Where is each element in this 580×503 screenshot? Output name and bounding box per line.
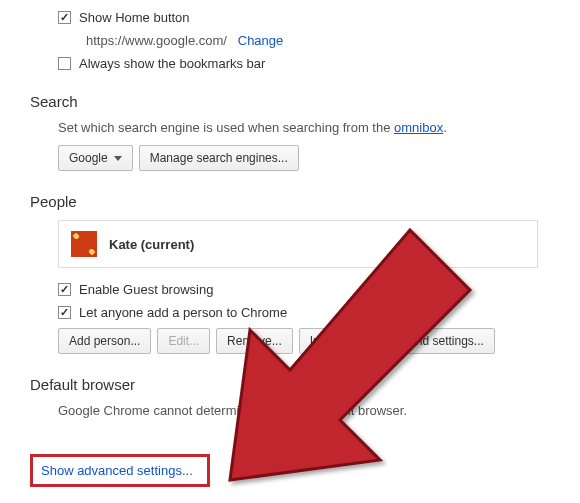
checkbox-show-home[interactable] bbox=[58, 11, 71, 24]
edit-person-button[interactable]: Edit... bbox=[157, 328, 210, 354]
search-desc-suffix: . bbox=[443, 120, 447, 135]
search-engine-selected: Google bbox=[69, 151, 108, 165]
search-desc-prefix: Set which search engine is used when sea… bbox=[58, 120, 394, 135]
checkbox-enable-guest[interactable] bbox=[58, 283, 71, 296]
settings-panel: Show Home button https://www.google.com/… bbox=[0, 0, 580, 418]
enable-guest-label: Enable Guest browsing bbox=[79, 282, 213, 297]
checkbox-bookmarks-bar[interactable] bbox=[58, 57, 71, 70]
caret-down-icon bbox=[114, 156, 122, 161]
people-title: People bbox=[30, 193, 580, 210]
remove-person-button[interactable]: Remove... bbox=[216, 328, 293, 354]
default-browser-status: Google Chrome cannot determine or set th… bbox=[30, 403, 580, 418]
show-advanced-settings-link[interactable]: Show advanced settings... bbox=[41, 463, 193, 478]
bookmarks-bar-label: Always show the bookmarks bar bbox=[79, 56, 265, 71]
omnibox-link[interactable]: omnibox bbox=[394, 120, 443, 135]
let-anyone-label: Let anyone add a person to Chrome bbox=[79, 305, 287, 320]
home-url-text: https://www.google.com/ bbox=[86, 33, 227, 48]
people-section: People Kate (current) Enable Guest brows… bbox=[30, 193, 580, 354]
add-person-button[interactable]: Add person... bbox=[58, 328, 151, 354]
appearance-section: Show Home button https://www.google.com/… bbox=[30, 10, 580, 71]
import-bookmarks-button[interactable]: Import bookmarks and settings... bbox=[299, 328, 495, 354]
avatar-icon bbox=[71, 231, 97, 257]
search-title: Search bbox=[30, 93, 580, 110]
home-url-row: https://www.google.com/ Change bbox=[30, 33, 580, 48]
search-section: Search Set which search engine is used w… bbox=[30, 93, 580, 171]
show-home-row[interactable]: Show Home button bbox=[30, 10, 580, 25]
search-desc: Set which search engine is used when sea… bbox=[30, 120, 580, 135]
default-browser-section: Default browser Google Chrome cannot det… bbox=[30, 376, 580, 418]
checkbox-let-anyone[interactable] bbox=[58, 306, 71, 319]
manage-search-engines-button[interactable]: Manage search engines... bbox=[139, 145, 299, 171]
bookmarks-bar-row[interactable]: Always show the bookmarks bar bbox=[30, 56, 580, 71]
show-home-label: Show Home button bbox=[79, 10, 190, 25]
let-anyone-row[interactable]: Let anyone add a person to Chrome bbox=[30, 305, 580, 320]
enable-guest-row[interactable]: Enable Guest browsing bbox=[30, 282, 580, 297]
default-browser-title: Default browser bbox=[30, 376, 580, 393]
change-home-link[interactable]: Change bbox=[238, 33, 284, 48]
people-buttons: Add person... Edit... Remove... Import b… bbox=[30, 328, 580, 354]
profile-name: Kate (current) bbox=[109, 237, 194, 252]
search-engine-dropdown[interactable]: Google bbox=[58, 145, 133, 171]
profile-box[interactable]: Kate (current) bbox=[58, 220, 538, 268]
search-buttons: Google Manage search engines... bbox=[30, 145, 580, 171]
highlight-box: Show advanced settings... bbox=[30, 454, 210, 487]
